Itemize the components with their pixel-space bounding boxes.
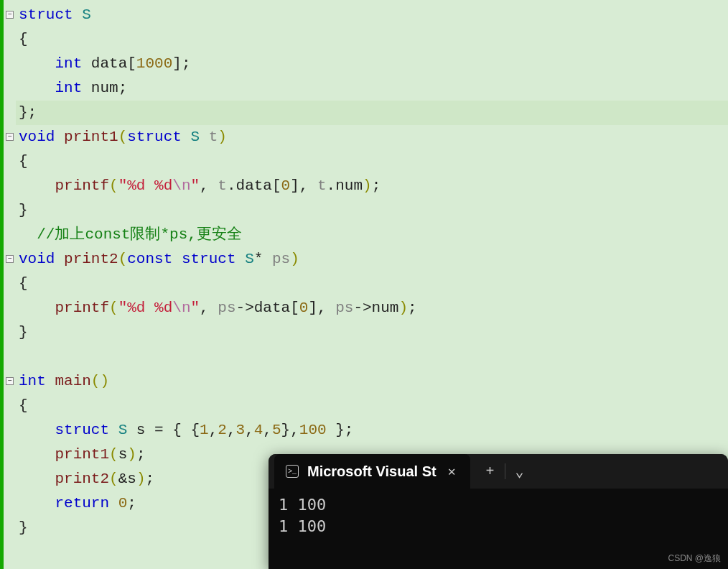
close-tab-icon[interactable]: ✕ [445,462,459,481]
terminal-output-line: 1 100 [279,494,718,516]
divider [505,463,505,479]
terminal-tab[interactable]: >_ Microsoft Visual St ✕ [274,454,470,489]
code-line[interactable]: { [16,272,728,296]
code-line[interactable]: printf("%d %d\n", t.data[0], t.num); [16,174,728,198]
code-line[interactable]: } [16,198,728,223]
new-tab-button[interactable]: + [479,461,502,483]
fold-toggle-icon[interactable] [6,11,14,19]
code-line[interactable] [16,345,728,369]
code-line[interactable]: void print2(const struct S* ps) [16,247,728,272]
watermark: CSDN @逸狼 [668,552,721,565]
code-line[interactable]: }; [16,101,728,125]
code-line[interactable]: int data[1000]; [16,52,728,76]
terminal-tab-title: Microsoft Visual St [307,463,437,480]
terminal-output-line: 1 100 [279,516,718,537]
code-line[interactable]: { [16,27,728,52]
fold-toggle-icon[interactable] [6,133,14,141]
code-line[interactable]: { [16,149,728,174]
code-line[interactable]: //加上const限制*ps,更安全 [16,223,728,247]
code-line[interactable]: printf("%d %d\n", ps->data[0], ps->num); [16,296,728,320]
code-line[interactable]: int num; [16,76,728,101]
code-line[interactable]: { [16,394,728,418]
code-line[interactable]: struct S s = { {1,2,3,4,5},100 }; [16,418,728,443]
terminal-icon: >_ [286,465,299,478]
terminal-titlebar: >_ Microsoft Visual St ✕ + ⌄ [269,454,728,489]
fold-gutter [0,0,16,569]
code-line[interactable]: } [16,320,728,345]
titlebar-actions: + ⌄ [470,460,540,484]
tab-dropdown-icon[interactable]: ⌄ [508,460,531,484]
fold-toggle-icon[interactable] [6,377,14,385]
code-line[interactable]: void print1(struct S t) [16,125,728,149]
terminal-output[interactable]: 1 1001 100 [269,489,728,543]
code-line[interactable]: int main() [16,369,728,394]
fold-toggle-icon[interactable] [6,255,14,263]
terminal-window: >_ Microsoft Visual St ✕ + ⌄ 1 1001 100 [269,454,728,569]
code-line[interactable]: struct S [16,3,728,27]
